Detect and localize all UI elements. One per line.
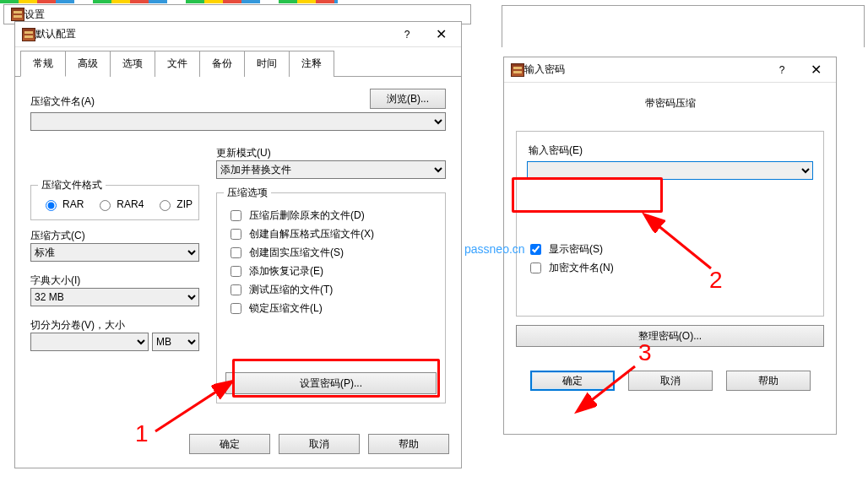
update-mode-select[interactable]: 添加并替换文件: [216, 160, 446, 179]
set-password-button[interactable]: 设置密码(P)...: [225, 372, 437, 394]
winrar-icon: [511, 63, 524, 77]
annotation-num-2: 2: [709, 267, 723, 294]
split-label: 切分为分卷(V)，大小: [30, 318, 199, 333]
method-select[interactable]: 标准: [30, 243, 199, 262]
enter-password-label: 输入密码(E): [529, 143, 813, 158]
format-legend: 压缩文件格式: [38, 178, 106, 192]
tab-backup[interactable]: 备份: [199, 51, 245, 77]
opt-sfx[interactable]: 创建自解压格式压缩文件(X): [227, 226, 435, 242]
help-button-bottom[interactable]: 帮助: [726, 371, 811, 391]
ok-button[interactable]: 确定: [189, 434, 270, 454]
format-rar[interactable]: RAR: [41, 198, 84, 211]
show-password-check[interactable]: 显示密码(S): [527, 241, 813, 257]
window-title: 输入密码: [524, 62, 765, 77]
password-header: 带密码压缩: [504, 83, 836, 116]
encrypt-names-check[interactable]: 加密文件名(N): [527, 260, 813, 276]
help-button[interactable]: ?: [765, 58, 799, 82]
password-dialog: 输入密码 ? ✕ 带密码压缩 输入密码(E) 显示密码(S) 加密文件名(N) …: [503, 57, 837, 435]
settings-title: 设置: [24, 8, 467, 22]
archive-name-label: 压缩文件名(A): [30, 95, 370, 109]
cancel-button[interactable]: 取消: [628, 371, 713, 391]
opt-lock[interactable]: 锁定压缩文件(L): [227, 300, 435, 317]
window-title: 默认配置: [35, 27, 390, 41]
opt-solid[interactable]: 创建固实压缩文件(S): [227, 245, 435, 261]
tab-comment[interactable]: 注释: [289, 51, 334, 77]
organize-passwords-button[interactable]: 整理密码(O)...: [516, 325, 824, 347]
cancel-button[interactable]: 取消: [279, 434, 360, 454]
general-panel: 压缩文件名(A) 浏览(B)... 压缩文件格式 RAR RAR4 ZIP 压缩…: [15, 77, 461, 424]
tab-strip: 常规 高级 选项 文件 备份 时间 注释: [15, 51, 461, 77]
dict-select[interactable]: 32 MB: [30, 288, 199, 306]
method-label: 压缩方式(C): [30, 229, 199, 243]
format-zip[interactable]: ZIP: [155, 198, 193, 211]
opt-test[interactable]: 测试压缩的文件(T): [227, 282, 435, 298]
format-rar4[interactable]: RAR4: [95, 198, 144, 211]
update-mode-label: 更新模式(U): [216, 146, 446, 160]
background-window-right: [502, 5, 865, 47]
dialog-buttons: 确定 取消 帮助: [504, 362, 836, 399]
password-groupbox: 输入密码(E) 显示密码(S) 加密文件名(N): [516, 131, 824, 317]
browse-button[interactable]: 浏览(B)...: [370, 89, 446, 109]
titlebar: 默认配置 ? ✕: [15, 22, 461, 47]
ok-button[interactable]: 确定: [530, 371, 615, 391]
annotation-num-1: 1: [135, 420, 149, 447]
dialog-buttons: 确定 取消 帮助: [15, 425, 461, 463]
password-input[interactable]: [527, 161, 813, 180]
split-size-input[interactable]: [30, 333, 149, 351]
winrar-icon: [22, 28, 35, 41]
dict-label: 字典大小(I): [30, 273, 199, 288]
options-legend: 压缩选项: [224, 186, 271, 200]
tab-general[interactable]: 常规: [20, 51, 66, 77]
help-button-bottom[interactable]: 帮助: [368, 434, 449, 454]
tab-options[interactable]: 选项: [110, 51, 155, 77]
annotation-num-3: 3: [638, 339, 652, 366]
opt-delete-after[interactable]: 压缩后删除原来的文件(D): [227, 208, 435, 224]
help-button[interactable]: ?: [390, 23, 424, 46]
watermark-text: passneo.cn: [464, 242, 525, 256]
options-groupbox: 压缩选项 压缩后删除原来的文件(D) 创建自解压格式压缩文件(X) 创建固实压缩…: [216, 192, 446, 403]
winrar-icon: [11, 8, 24, 21]
archive-name-input[interactable]: [30, 112, 446, 131]
tab-files[interactable]: 文件: [155, 51, 200, 77]
default-config-dialog: 默认配置 ? ✕ 常规 高级 选项 文件 备份 时间 注释 压缩文件名(A) 浏…: [14, 21, 462, 468]
tab-time[interactable]: 时间: [244, 51, 290, 77]
split-unit-select[interactable]: MB: [152, 333, 199, 351]
close-button[interactable]: ✕: [799, 58, 833, 82]
format-groupbox: 压缩文件格式 RAR RAR4 ZIP: [30, 185, 199, 220]
close-button[interactable]: ✕: [424, 23, 458, 46]
tab-advanced[interactable]: 高级: [65, 51, 111, 77]
opt-recovery[interactable]: 添加恢复记录(E): [227, 263, 435, 279]
background-color-strip: [0, 0, 338, 3]
titlebar: 输入密码 ? ✕: [504, 57, 836, 83]
